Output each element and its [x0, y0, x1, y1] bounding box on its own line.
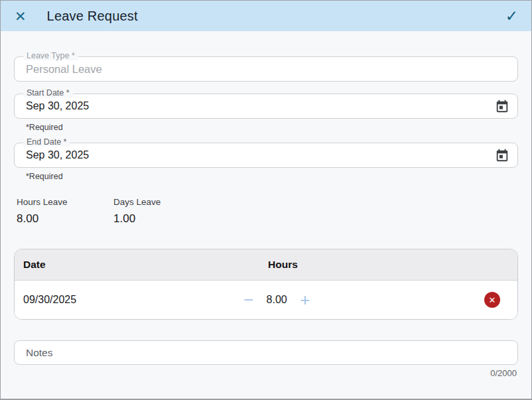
page-title: Leave Request: [47, 9, 138, 24]
start-date-label: Start Date *: [23, 88, 73, 98]
start-date-field[interactable]: Start Date * Sep 30, 2025: [14, 94, 518, 119]
daily-hours-table: Date Hours 09/30/2025 − 8.00 + ✕: [14, 249, 518, 320]
end-date-value: Sep 30, 2025: [26, 149, 495, 161]
delete-row-icon[interactable]: ✕: [484, 292, 500, 308]
end-date-field[interactable]: End Date * Sep 30, 2025: [14, 143, 518, 168]
row-date-value: 09/30/2025: [23, 294, 76, 306]
days-leave-value: 1.00: [113, 212, 210, 226]
increase-hours-icon[interactable]: +: [300, 291, 310, 308]
hours-column-header: Hours: [268, 259, 298, 271]
app-bar: ✕ Leave Request ✓: [1, 1, 531, 31]
calendar-icon[interactable]: [495, 99, 509, 113]
end-date-required-hint: *Required: [26, 172, 518, 181]
notes-section: 0/2000: [14, 340, 518, 378]
end-date-label: End Date *: [23, 137, 70, 147]
leave-type-label: Leave Type *: [23, 51, 78, 60]
hours-leave-block: Hours Leave 8.00: [17, 197, 113, 226]
days-leave-label: Days Leave: [113, 197, 210, 207]
confirm-icon[interactable]: ✓: [505, 9, 518, 24]
leave-type-field[interactable]: Leave Type * Personal Leave: [14, 56, 518, 82]
hours-leave-label: Hours Leave: [17, 197, 113, 207]
leave-summary: Hours Leave 8.00 Days Leave 1.00: [17, 197, 518, 226]
hours-stepper: − 8.00 +: [243, 291, 310, 308]
leave-request-window: ✕ Leave Request ✓ Leave Type * Personal …: [0, 0, 532, 400]
form-content: Leave Type * Personal Leave Start Date *…: [1, 56, 531, 378]
notes-char-counter: 0/2000: [14, 368, 518, 378]
days-leave-block: Days Leave 1.00: [113, 197, 210, 226]
table-row: 09/30/2025 − 8.00 + ✕: [15, 281, 517, 319]
hours-leave-value: 8.00: [17, 212, 113, 226]
start-date-value: Sep 30, 2025: [26, 100, 495, 112]
row-hours-value: 8.00: [265, 294, 289, 306]
date-column-header: Date: [23, 259, 46, 271]
calendar-icon[interactable]: [495, 148, 509, 163]
close-icon[interactable]: ✕: [15, 9, 27, 23]
start-date-required-hint: *Required: [26, 123, 518, 132]
leave-type-value: Personal Leave: [26, 63, 509, 76]
table-header-row: Date Hours: [15, 249, 517, 281]
decrease-hours-icon[interactable]: −: [243, 291, 253, 308]
notes-input[interactable]: [14, 340, 518, 365]
